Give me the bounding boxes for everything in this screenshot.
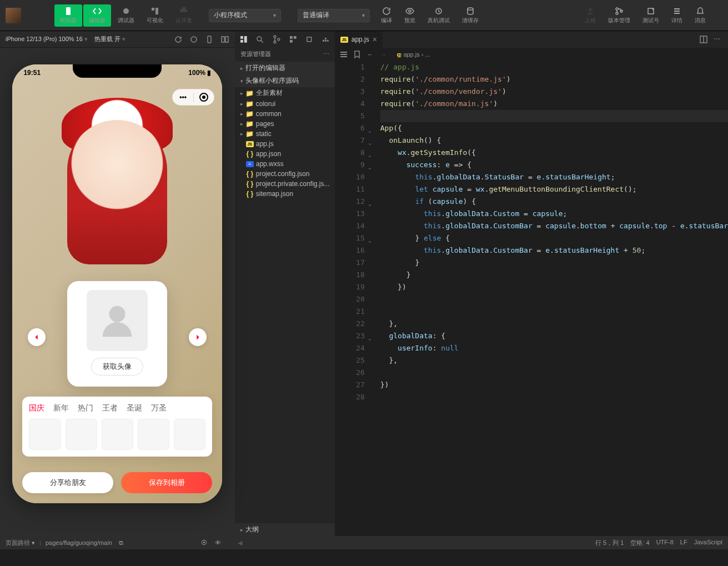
- fold-icon[interactable]: ⌄: [368, 124, 371, 137]
- explorer-tab-icon[interactable]: [239, 35, 248, 44]
- copy-icon[interactable]: ⧉: [119, 539, 123, 547]
- tree-folder[interactable]: ▸📁全新素材: [235, 87, 335, 99]
- capsule-button[interactable]: •••: [172, 89, 214, 106]
- editor-button[interactable]: 编辑器: [83, 4, 111, 27]
- category-tab[interactable]: 热门: [78, 403, 93, 413]
- details-button[interactable]: 详情: [666, 4, 688, 27]
- category-tab[interactable]: 新年: [53, 403, 69, 413]
- page-path-value[interactable]: pages/flag/guoqing/main: [46, 539, 112, 546]
- version-button[interactable]: 版本管理: [603, 4, 636, 27]
- explorer-more-icon[interactable]: ⋯: [323, 51, 329, 58]
- frame-thumb[interactable]: [138, 419, 169, 450]
- encoding[interactable]: UTF-8: [656, 539, 674, 547]
- character-illustration: [18, 87, 217, 276]
- tree-file[interactable]: { }project.config.json: [235, 169, 335, 179]
- refresh-icon[interactable]: [174, 35, 183, 44]
- user-avatar[interactable]: [6, 8, 21, 23]
- simulator-pane: iPhone 12/13 (Pro) 100% 16 热重载 开 19:51 1…: [0, 31, 235, 536]
- indentation[interactable]: 空格: 4: [630, 539, 649, 547]
- get-avatar-button[interactable]: 获取头像: [91, 358, 143, 375]
- fold-icon[interactable]: ⌄: [368, 332, 371, 344]
- device-icon[interactable]: [205, 35, 214, 44]
- close-tab-icon[interactable]: ×: [373, 35, 377, 44]
- category-tab[interactable]: 国庆: [29, 403, 44, 413]
- back-icon[interactable]: ←: [366, 50, 375, 59]
- page-path-label[interactable]: 页面路径 ▾: [6, 539, 35, 547]
- capsule-menu-icon[interactable]: •••: [173, 93, 193, 101]
- svg-rect-17: [225, 37, 228, 42]
- cloud-dev-button[interactable]: 云开发: [170, 4, 198, 27]
- svg-point-8: [616, 12, 618, 14]
- forward-icon[interactable]: →: [379, 50, 388, 59]
- cursor-position[interactable]: 行 5，列 1: [595, 539, 624, 547]
- svg-rect-27: [294, 36, 297, 39]
- layout-icon[interactable]: [220, 35, 229, 44]
- svg-point-25: [278, 38, 280, 41]
- device-select[interactable]: iPhone 12/13 (Pro) 100% 16: [6, 36, 88, 43]
- editor-tabs: JS app.js × ⋯: [335, 31, 728, 48]
- breadcrumb-file[interactable]: app.js: [403, 51, 419, 58]
- fold-icon[interactable]: ⌄: [368, 161, 371, 173]
- extensions-tab-icon[interactable]: [289, 35, 298, 44]
- fold-icon[interactable]: ⌄: [368, 137, 371, 149]
- frame-thumb[interactable]: [174, 419, 205, 450]
- tree-file[interactable]: { }sitemap.json: [235, 189, 335, 199]
- share-button[interactable]: 分享给朋友: [22, 472, 113, 493]
- preview-button[interactable]: 预览: [399, 4, 421, 27]
- fold-icon[interactable]: ⌄: [368, 149, 371, 161]
- editor-more-icon[interactable]: ⋯: [714, 35, 722, 44]
- project-root-section[interactable]: 头像框小程序源码: [235, 74, 335, 87]
- real-device-button[interactable]: 真机调试: [422, 4, 455, 27]
- test-account-button[interactable]: 测试号: [637, 4, 665, 27]
- breadcrumb-more[interactable]: ...: [425, 51, 430, 58]
- bookmark-icon[interactable]: [353, 50, 362, 59]
- message-button[interactable]: 消息: [689, 4, 711, 27]
- upload-button[interactable]: 上传: [579, 4, 601, 27]
- mode-select[interactable]: 小程序模式: [209, 9, 281, 22]
- visibility-icon[interactable]: 👁: [215, 539, 221, 546]
- hot-reload-select[interactable]: 热重载 开: [94, 35, 125, 43]
- split-editor-icon[interactable]: [699, 35, 708, 44]
- record-icon[interactable]: [189, 35, 198, 44]
- tree-file[interactable]: { }app.json: [235, 149, 335, 159]
- debug-tab-icon[interactable]: [305, 35, 314, 44]
- category-tab[interactable]: 万圣: [151, 403, 167, 413]
- eol[interactable]: LF: [680, 539, 687, 547]
- fold-icon[interactable]: ⌄: [368, 198, 371, 210]
- code-editor[interactable]: 123456⌄7⌄8⌄9⌄101112⌄131415⌄1617181920212…: [335, 61, 728, 536]
- language-mode[interactable]: JavaScript: [694, 539, 722, 547]
- capsule-close-icon[interactable]: [194, 93, 214, 102]
- search-tab-icon[interactable]: [255, 35, 264, 44]
- debugger-button[interactable]: 调试器: [112, 4, 140, 27]
- save-album-button[interactable]: 保存到相册: [121, 472, 212, 493]
- compile-button[interactable]: 编译: [375, 4, 398, 27]
- docker-tab-icon[interactable]: [322, 35, 330, 44]
- editor-tab-appjs[interactable]: JS app.js ×: [335, 31, 383, 48]
- inspect-icon[interactable]: ⦿: [201, 539, 207, 546]
- svg-rect-2: [152, 8, 154, 11]
- simulator-button[interactable]: 模拟器: [54, 4, 82, 27]
- clear-cache-button[interactable]: 清缓存: [456, 4, 484, 27]
- outline-section[interactable]: 大纲: [235, 523, 335, 536]
- tree-folder[interactable]: ▸📁common: [235, 109, 335, 119]
- category-tab[interactable]: 王者: [102, 403, 118, 413]
- tree-file[interactable]: ≡app.wxss: [235, 159, 335, 169]
- frame-thumb[interactable]: [102, 419, 133, 450]
- svg-point-14: [191, 37, 197, 42]
- tree-folder[interactable]: ▸📁colorui: [235, 99, 335, 109]
- tree-folder[interactable]: ▸📁static: [235, 129, 335, 139]
- open-editors-section[interactable]: 打开的编辑器: [235, 62, 335, 74]
- tree-file[interactable]: { }project.private.config.js...: [235, 179, 335, 189]
- frame-thumb[interactable]: [29, 419, 61, 450]
- tree-folder[interactable]: ▸📁pages: [235, 119, 335, 129]
- visualize-button[interactable]: 可视化: [141, 4, 169, 27]
- svg-rect-11: [674, 8, 680, 9]
- tree-file[interactable]: JSapp.js: [235, 139, 335, 149]
- top-toolbar: 模拟器 编辑器 调试器 可视化 云开发 小程序模式 普通编译 编译 预览 真机调…: [0, 0, 728, 31]
- category-tab[interactable]: 圣诞: [127, 403, 142, 413]
- git-tab-icon[interactable]: [272, 35, 281, 44]
- fold-icon[interactable]: ⌄: [368, 234, 371, 247]
- compile-select[interactable]: 普通编译: [298, 9, 370, 22]
- frame-thumb[interactable]: [66, 419, 97, 450]
- breadcrumb-menu-icon[interactable]: [339, 50, 348, 59]
